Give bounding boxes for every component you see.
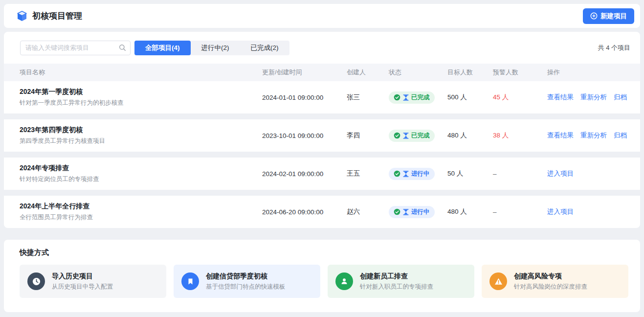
col-header-target: 目标人数 [447,68,493,77]
tab-all-projects[interactable]: 全部项目(4) [134,41,191,55]
shortcut-import-history[interactable]: 导入历史项目 从历史项目中导入配置 [20,265,166,298]
check-circle-icon [394,94,400,101]
status-badge: 已完成 [389,91,435,104]
project-actions: 查看结果重新分析归档 [547,93,640,102]
project-time: 2024-01-01 09:00:00 [262,94,347,101]
shortcut-title: 创建新员工排查 [360,272,433,281]
page-title: 初核项目管理 [32,10,82,22]
action-link[interactable]: 进入项目 [547,207,574,216]
project-description: 全行范围员工异常行为排查 [20,213,262,222]
shortcuts-title: 快捷方式 [20,248,628,257]
tab-completed[interactable]: 已完成(2) [240,41,289,55]
project-warning-count: 45 人 [493,93,547,102]
project-creator: 张三 [347,93,389,102]
shortcut-description: 针对新入职员工的专项排查 [360,283,433,291]
page: 初核项目管理 新建项目 [0,0,644,316]
project-time: 2024-06-20 09:00:00 [262,208,347,216]
project-status-cell: 已完成 [389,91,447,104]
col-header-creator: 创建人 [347,68,389,77]
check-circle-icon [394,208,400,215]
project-target-count: 480 人 [447,131,493,140]
col-header-warning: 预警人数 [493,68,547,77]
shortcut-title: 创建高风险专项 [514,272,587,281]
project-warning-count: – [493,208,547,216]
project-target-count: 480 人 [447,207,493,216]
status-label: 已完成 [411,132,430,140]
project-time: 2024-02-01 09:00:00 [262,170,347,178]
user-icon [335,272,353,290]
page-header: 初核项目管理 新建项目 [4,4,640,28]
project-status-cell: 已完成 [389,130,447,142]
cube-icon [16,10,28,22]
shortcut-row: 导入历史项目 从历史项目中导入配置 创建信贷部季度初核 基于信贷部门特点的快速模… [20,265,628,298]
warning-icon [489,272,507,290]
col-header-name: 项目名称 [20,68,262,77]
project-description: 第四季度员工异常行为核查项目 [20,137,262,145]
project-name: 2024年上半年全行排查 [20,202,262,211]
status-badge: 进行中 [389,168,435,180]
project-name: 2024年专项排查 [20,164,262,173]
shortcut-description: 基于信贷部门特点的快速模板 [206,283,286,291]
status-label: 已完成 [411,93,430,102]
project-target-count: 500 人 [447,93,493,102]
action-link[interactable]: 重新分析 [580,131,607,140]
hourglass-icon [403,94,409,101]
project-target-count: 50 人 [447,169,493,178]
action-link[interactable]: 查看结果 [547,93,574,102]
col-header-status: 状态 [389,68,447,77]
table-row: 2024年第一季度初核 针对第一季度员工异常行为的初步核查 2024-01-01… [4,81,640,113]
hourglass-icon [403,209,409,215]
tab-group: 全部项目(4) 进行中(2) 已完成(2) [134,41,289,55]
project-name-cell: 2024年上半年全行排查 全行范围员工异常行为排查 [20,202,262,222]
shortcuts-panel: 快捷方式 导入历史项目 从历史项目中导入配置 [4,240,640,312]
new-project-button[interactable]: 新建项目 [583,8,634,24]
project-creator: 李四 [347,131,389,140]
project-name-cell: 2023年第四季度初核 第四季度员工异常行为核查项目 [20,126,262,145]
status-label: 进行中 [411,170,430,178]
search-input[interactable] [20,41,131,55]
table-row: 2024年专项排查 针对特定岗位员工的专项排查 2024-02-01 09:00… [4,158,640,190]
project-description: 针对特定岗位员工的专项排查 [20,175,262,183]
project-status-cell: 进行中 [389,168,447,180]
shortcut-new-employee-check[interactable]: 创建新员工排查 针对新入职员工的专项排查 [328,265,474,298]
project-creator: 赵六 [347,207,389,216]
project-name: 2024年第一季度初核 [20,88,262,96]
project-name-cell: 2024年专项排查 针对特定岗位员工的专项排查 [20,164,262,183]
check-circle-icon [394,132,400,139]
project-list-panel: 全部项目(4) 进行中(2) 已完成(2) 共 4 个项目 项目名称 更新/创建… [4,32,640,228]
shortcut-description: 针对高风险岗位的深度排查 [514,283,587,291]
status-label: 进行中 [411,208,430,216]
toolbar: 全部项目(4) 进行中(2) 已完成(2) 共 4 个项目 [4,32,640,64]
hourglass-icon [403,171,409,177]
shortcut-credit-dept-review[interactable]: 创建信贷部季度初核 基于信贷部门特点的快速模板 [174,265,320,298]
action-link[interactable]: 归档 [614,93,627,102]
hourglass-icon [403,133,409,139]
action-link[interactable]: 重新分析 [580,93,607,102]
action-link[interactable]: 归档 [614,131,627,140]
action-link[interactable]: 进入项目 [547,169,574,178]
action-link[interactable]: 查看结果 [547,131,574,140]
bookmark-icon [181,272,199,290]
table-row: 2024年上半年全行排查 全行范围员工异常行为排查 2024-06-20 09:… [4,196,640,228]
shortcut-high-risk-special[interactable]: 创建高风险专项 针对高风险岗位的深度排查 [482,265,628,298]
project-creator: 王五 [347,169,389,178]
plus-circle-icon [590,12,598,20]
project-time: 2023-10-01 09:00:00 [262,132,347,139]
check-circle-icon [394,170,400,177]
col-header-actions: 操作 [547,68,640,77]
project-actions: 查看结果重新分析归档 [547,131,640,140]
project-description: 针对第一季度员工异常行为的初步核查 [20,99,262,107]
search-icon[interactable] [119,44,126,53]
status-badge: 已完成 [389,130,435,142]
new-project-button-label: 新建项目 [600,12,627,21]
table-row: 2023年第四季度初核 第四季度员工异常行为核查项目 2023-10-01 09… [4,119,640,152]
project-actions: 进入项目 [547,169,640,178]
project-status-cell: 进行中 [389,206,447,218]
project-warning-count: – [493,170,547,178]
tab-in-progress[interactable]: 进行中(2) [191,41,240,55]
shortcut-description: 从历史项目中导入配置 [52,283,113,291]
app-title-wrap: 初核项目管理 [16,10,82,22]
table-body: 2024年第一季度初核 针对第一季度员工异常行为的初步核查 2024-01-01… [4,81,640,228]
search-box [20,41,131,55]
total-count-text: 共 4 个项目 [598,44,630,52]
